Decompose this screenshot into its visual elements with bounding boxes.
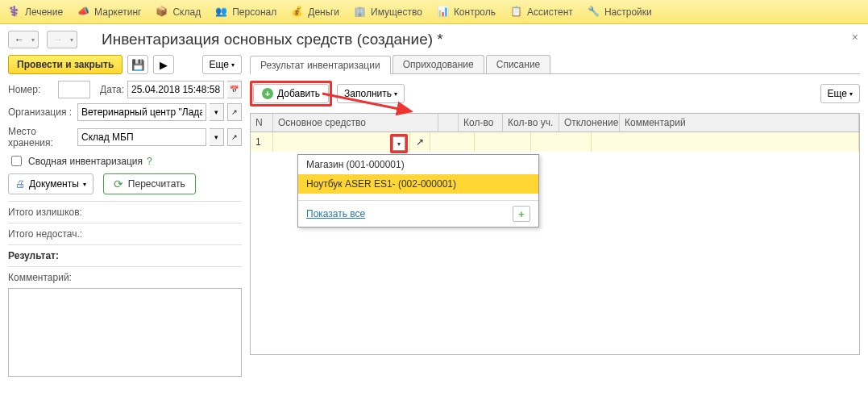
cell-qty[interactable] (430, 132, 475, 152)
summary-inventory-checkbox[interactable] (11, 156, 22, 166)
money-icon: 💰 (291, 6, 304, 19)
date-input[interactable] (127, 81, 224, 98)
marketing-icon: 📣 (77, 6, 90, 19)
comment-textarea[interactable] (8, 288, 242, 377)
menu-money[interactable]: 💰Деньги (291, 6, 339, 19)
plus-circle-icon: + (262, 88, 273, 99)
control-icon: 📊 (437, 6, 450, 19)
asset-dropdown-button[interactable]: ▾ (392, 136, 405, 151)
menu-treatment[interactable]: ⚕️Лечение (8, 6, 63, 19)
save-button[interactable]: 💾 (127, 55, 148, 74)
col-comment[interactable]: Комментарий (620, 114, 859, 132)
add-button[interactable]: + Добавить (253, 84, 329, 103)
close-icon[interactable]: × (852, 31, 858, 44)
forward-dropdown[interactable]: ▾ (66, 31, 77, 48)
show-all-link[interactable]: Показать все (306, 208, 365, 219)
number-input[interactable] (58, 81, 90, 98)
number-label: Номер: (8, 84, 55, 95)
cell-open-asset[interactable]: ↗ (410, 132, 430, 152)
menu-settings[interactable]: 🔧Настройки (588, 6, 652, 19)
col-blank (438, 114, 459, 132)
cell-row-number: 1 (251, 132, 273, 152)
assistant-icon: 📋 (510, 6, 523, 19)
more-button-right[interactable]: Еще ▾ (820, 84, 860, 103)
tab-posting[interactable]: Оприходование (392, 55, 484, 73)
page-title: Инвентаризация основных средств (создани… (102, 31, 443, 48)
back-dropdown[interactable]: ▾ (27, 31, 39, 48)
menu-assistant[interactable]: 📋Ассистент (510, 6, 573, 19)
summary-inventory-label: Сводная инвентаризация (28, 156, 143, 167)
printer-icon: 🖨 (15, 178, 25, 190)
col-qty-acc[interactable]: Кол-во уч. (503, 114, 559, 132)
right-panel: Результат инвентаризации Оприходование С… (250, 55, 860, 379)
asset-dropdown-list: Магазин (001-000001) Ноутбук ASER ES1- (… (297, 154, 539, 228)
fill-button[interactable]: Заполнить ▾ (337, 84, 405, 103)
table-row[interactable]: 1 ▾ ↗ (251, 132, 859, 152)
property-icon: 🏢 (354, 6, 367, 19)
warehouse-icon: 📦 (156, 6, 168, 19)
dropdown-item-laptop[interactable]: Ноутбук ASER ES1- (002-000001) (298, 174, 538, 194)
storage-open-button[interactable]: ↗ (227, 128, 242, 146)
cell-comment[interactable] (592, 132, 859, 152)
highlight-add: + Добавить (250, 81, 332, 106)
highlight-dropdown: ▾ (390, 134, 408, 153)
org-dropdown-button[interactable]: ▾ (210, 103, 224, 121)
col-qty[interactable]: Кол-во (459, 114, 503, 132)
storage-dropdown-button[interactable]: ▾ (210, 128, 224, 146)
calendar-button[interactable]: 📅 (227, 81, 242, 98)
org-label: Организация : (8, 106, 74, 118)
org-open-button[interactable]: ↗ (227, 103, 242, 121)
menu-property[interactable]: 🏢Имущество (354, 6, 422, 19)
menu-control[interactable]: 📊Контроль (437, 6, 496, 19)
storage-label: Место хранения: (8, 126, 74, 148)
recalculate-button[interactable]: ⟳ Пересчитать (103, 173, 196, 194)
total-surplus-label: Итого излишков: (8, 207, 242, 218)
chevron-down-icon: ▾ (231, 61, 235, 69)
col-deviation[interactable]: Отклонение (559, 114, 620, 132)
inventory-table: N Основное средство Кол-во Кол-во уч. От… (250, 113, 860, 355)
dropdown-item-shop[interactable]: Магазин (001-000001) (298, 155, 538, 174)
header-row: ← ▾ → ▾ Инвентаризация основных средств … (0, 24, 868, 55)
storage-input[interactable] (77, 128, 206, 146)
cell-qty-acc[interactable] (475, 132, 531, 152)
col-asset[interactable]: Основное средство (273, 114, 438, 132)
cell-deviation[interactable] (531, 132, 592, 152)
tabs-bar: Результат инвентаризации Оприходование С… (250, 55, 860, 74)
documents-button[interactable]: 🖨 Документы ▾ (8, 173, 93, 194)
date-label: Дата: (100, 84, 124, 95)
tab-inventory-result[interactable]: Результат инвентаризации (250, 56, 391, 74)
comment-label: Комментарий: (8, 272, 242, 283)
col-number[interactable]: N (251, 114, 273, 132)
add-new-asset-button[interactable]: + (513, 206, 530, 222)
settings-icon: 🔧 (588, 6, 600, 19)
chevron-down-icon: ▾ (83, 181, 86, 188)
post-button[interactable]: ▶ (153, 55, 174, 74)
menu-warehouse[interactable]: 📦Склад (156, 6, 201, 19)
refresh-icon: ⟳ (114, 177, 123, 190)
post-and-close-button[interactable]: Провести и закрыть (8, 55, 123, 74)
tab-writeoff[interactable]: Списание (486, 55, 551, 73)
top-menu-bar: ⚕️Лечение 📣Маркетинг 📦Склад 👥Персонал 💰Д… (0, 0, 868, 24)
help-icon[interactable]: ? (147, 156, 152, 167)
treatment-icon: ⚕️ (8, 6, 21, 19)
result-label: Результат: (8, 250, 242, 261)
menu-staff[interactable]: 👥Персонал (215, 6, 276, 19)
total-shortage-label: Итого недостач.: (8, 228, 242, 240)
left-panel: Провести и закрыть 💾 ▶ Еще ▾ Номер: Дата… (8, 55, 242, 379)
staff-icon: 👥 (215, 6, 228, 19)
cell-asset[interactable]: ▾ (273, 132, 410, 152)
menu-marketing[interactable]: 📣Маркетинг (77, 6, 141, 19)
more-button-left[interactable]: Еще ▾ (202, 55, 242, 74)
org-input[interactable] (77, 103, 206, 121)
